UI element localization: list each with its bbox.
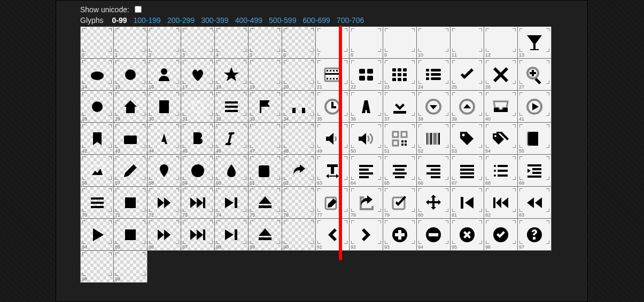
glyph-cell-74[interactable]: 74 [215, 187, 249, 219]
pager-range-400-499[interactable]: 400-499 [235, 16, 262, 25]
glyph-cell-12[interactable]: 12 [484, 27, 518, 59]
glyph-cell-66[interactable]: 66 [417, 155, 451, 187]
glyph-cell-47[interactable]: 47 [249, 123, 282, 155]
glyph-cell-56[interactable]: 56 [80, 155, 114, 187]
glyph-cell-55[interactable]: 55 [518, 123, 552, 155]
glyph-cell-29[interactable]: 29 [114, 91, 148, 123]
glyph-cell-88[interactable]: 88 [215, 219, 249, 251]
glyph-cell-31[interactable]: 31 [181, 91, 215, 123]
glyph-cell-70[interactable]: 70 [80, 187, 114, 219]
pager-range-0-99[interactable]: 0-99 [112, 16, 127, 25]
glyph-cell-33[interactable]: 33 [249, 91, 282, 123]
glyph-cell-97[interactable]: 97 [518, 219, 552, 251]
glyph-cell-35[interactable]: 35 [316, 91, 350, 123]
glyph-cell-61[interactable]: 61 [249, 155, 282, 187]
glyph-cell-52[interactable]: 52 [417, 123, 451, 155]
glyph-cell-75[interactable]: 75 [249, 187, 282, 219]
glyph-cell-51[interactable]: 51 [383, 123, 417, 155]
glyph-cell-45[interactable]: 45 [181, 123, 215, 155]
pager-range-100-199[interactable]: 100-199 [134, 16, 161, 25]
glyph-cell-42[interactable]: 42 [80, 123, 114, 155]
glyph-cell-8[interactable]: 8 [350, 27, 383, 59]
glyph-cell-63[interactable]: 63 [316, 155, 350, 187]
glyph-cell-23[interactable]: 23 [383, 59, 417, 91]
glyph-cell-37[interactable]: 37 [383, 91, 417, 123]
glyph-cell-28[interactable]: 28 [80, 91, 114, 123]
glyph-cell-15[interactable]: 15 [114, 59, 148, 91]
show-unicode-toggle[interactable]: Show unicode: [80, 4, 143, 14]
glyph-cell-44[interactable]: 44 [148, 123, 181, 155]
glyph-cell-48[interactable]: 48 [282, 123, 316, 155]
glyph-cell-24[interactable]: 24 [417, 59, 451, 91]
glyph-cell-65[interactable]: 65 [383, 155, 417, 187]
glyph-cell-87[interactable]: 87 [181, 219, 215, 251]
glyph-cell-30[interactable]: 30 [148, 91, 181, 123]
glyph-cell-80[interactable]: 80 [417, 187, 451, 219]
glyph-cell-53[interactable]: 53 [451, 123, 484, 155]
glyph-cell-59[interactable]: 59 [181, 155, 215, 187]
glyph-cell-76[interactable]: 76 [282, 187, 316, 219]
glyph-cell-96[interactable]: 96 [484, 219, 518, 251]
glyph-cell-0[interactable]: 0 [80, 27, 114, 59]
glyph-cell-16[interactable]: 16 [148, 59, 181, 91]
glyph-cell-77[interactable]: 77 [316, 187, 350, 219]
glyph-cell-98[interactable]: 98 [80, 251, 114, 283]
glyph-cell-84[interactable]: 84 [80, 219, 114, 251]
glyph-cell-50[interactable]: 50 [350, 123, 383, 155]
glyph-cell-92[interactable]: 92 [350, 219, 383, 251]
glyph-cell-72[interactable]: 72 [148, 187, 181, 219]
glyph-cell-64[interactable]: 64 [350, 155, 383, 187]
pager-range-500-599[interactable]: 500-599 [269, 16, 296, 25]
glyph-cell-27[interactable]: 27 [518, 59, 552, 91]
pager-range-600-699[interactable]: 600-699 [302, 16, 330, 25]
glyph-cell-19[interactable]: 19 [249, 59, 282, 91]
glyph-cell-82[interactable]: 82 [484, 187, 518, 219]
glyph-cell-60[interactable]: 60 [215, 155, 249, 187]
glyph-cell-79[interactable]: 79 [383, 187, 417, 219]
glyph-cell-49[interactable]: 49 [316, 123, 350, 155]
glyph-cell-83[interactable]: 83 [518, 187, 552, 219]
glyph-cell-21[interactable]: 21 [316, 59, 350, 91]
glyph-cell-67[interactable]: 67 [451, 155, 484, 187]
glyph-cell-94[interactable]: 94 [417, 219, 451, 251]
glyph-cell-5[interactable]: 5 [249, 27, 282, 59]
glyph-cell-81[interactable]: 81 [451, 187, 484, 219]
glyph-cell-6[interactable]: 6 [282, 27, 316, 59]
glyph-cell-99[interactable]: 99 [114, 251, 148, 283]
glyph-cell-13[interactable]: 13 [518, 27, 552, 59]
pager-range-700-706[interactable]: 700-706 [337, 16, 364, 25]
glyph-cell-43[interactable]: 43 [114, 123, 148, 155]
glyph-cell-18[interactable]: 18 [215, 59, 249, 91]
glyph-cell-89[interactable]: 89 [249, 219, 282, 251]
glyph-cell-62[interactable]: 62 [282, 155, 316, 187]
glyph-cell-20[interactable]: 20 [282, 59, 316, 91]
glyph-cell-93[interactable]: 93 [383, 219, 417, 251]
pager-range-300-399[interactable]: 300-399 [201, 16, 228, 25]
glyph-cell-14[interactable]: 14 [80, 59, 114, 91]
glyph-cell-4[interactable]: 4 [215, 27, 249, 59]
glyph-cell-39[interactable]: 39 [451, 91, 484, 123]
glyph-cell-95[interactable]: 95 [451, 219, 484, 251]
glyph-cell-2[interactable]: 2 [148, 27, 181, 59]
glyph-cell-17[interactable]: 17 [181, 59, 215, 91]
show-unicode-checkbox[interactable] [135, 6, 142, 13]
glyph-cell-11[interactable]: 11 [451, 27, 484, 59]
glyph-cell-10[interactable]: 10 [417, 27, 451, 59]
glyph-cell-69[interactable]: 69 [518, 155, 552, 187]
glyph-cell-26[interactable]: 26 [484, 59, 518, 91]
glyph-cell-32[interactable]: 32 [215, 91, 249, 123]
glyph-cell-41[interactable]: 41 [518, 91, 552, 123]
glyph-cell-54[interactable]: 54 [484, 123, 518, 155]
glyph-cell-1[interactable]: 1 [114, 27, 148, 59]
glyph-cell-86[interactable]: 86 [148, 219, 181, 251]
pager-range-200-299[interactable]: 200-299 [167, 16, 195, 25]
glyph-cell-9[interactable]: 9 [383, 27, 417, 59]
glyph-cell-68[interactable]: 68 [484, 155, 518, 187]
glyph-cell-34[interactable]: 34 [282, 91, 316, 123]
glyph-cell-22[interactable]: 22 [350, 59, 383, 91]
glyph-cell-38[interactable]: 38 [417, 91, 451, 123]
glyph-cell-90[interactable]: 90 [282, 219, 316, 251]
glyph-cell-85[interactable]: 85 [114, 219, 148, 251]
glyph-cell-36[interactable]: 36 [350, 91, 383, 123]
glyph-cell-40[interactable]: 40 [484, 91, 518, 123]
